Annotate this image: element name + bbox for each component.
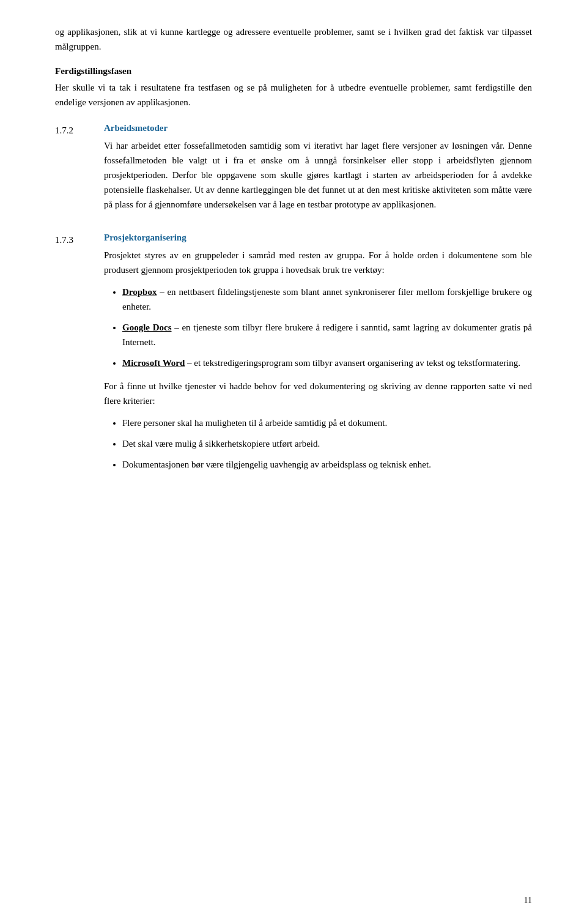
bullet-criteria-2: Det skal være mulig å sikkerhetskopiere …	[122, 436, 532, 451]
bullet-criteria-3: Dokumentasjonen bør være tilgjengelig ua…	[122, 457, 532, 472]
bullet-list-criteria: Flere personer skal ha muligheten til å …	[122, 415, 532, 472]
bullet-dropbox: Dropbox – en nettbasert fildelingstjenes…	[122, 285, 532, 314]
msword-rest: et tekstredigeringsprogram som tilbyr av…	[192, 358, 521, 368]
section-173-para1: Prosjektet styres av en gruppeleder i sa…	[104, 248, 532, 277]
ferdigstilling-text: Her skulle vi ta tak i resultatene fra t…	[55, 80, 532, 110]
section-173: 1.7.3 Prosjektorganisering Prosjektet st…	[55, 233, 532, 480]
ferdigstilling-heading: Ferdigstillingsfasen	[55, 66, 532, 76]
section-172-heading: Arbeidsmetoder	[104, 123, 532, 133]
section-172: 1.7.2 Arbeidsmetoder Vi har arbeidet ett…	[55, 123, 532, 219]
page: og applikasjonen, slik at vi kunne kartl…	[0, 0, 587, 924]
googledocs-rest: en tjeneste som tilbyr flere brukere å r…	[122, 322, 532, 347]
section-173-content: Prosjektorganisering Prosjektet styres a…	[104, 233, 532, 480]
bullet-list-tools: Dropbox – en nettbasert fildelingstjenes…	[122, 285, 532, 370]
section-172-number: 1.7.2	[55, 123, 104, 219]
bullet-googledocs: Google Docs – en tjeneste som tilbyr fle…	[122, 320, 532, 349]
msword-dash: –	[185, 358, 191, 368]
googledocs-dash: –	[172, 322, 179, 332]
section-173-number: 1.7.3	[55, 233, 104, 480]
msword-label: Microsoft Word	[122, 358, 185, 368]
dropbox-label: Dropbox	[122, 287, 157, 297]
section-173-heading: Prosjektorganisering	[104, 233, 532, 243]
section-172-para1: Vi har arbeidet etter fossefallmetoden s…	[104, 138, 532, 212]
section-173-para2: For å finne ut hvilke tjenester vi hadde…	[104, 379, 532, 408]
section-172-content: Arbeidsmetoder Vi har arbeidet etter fos…	[104, 123, 532, 219]
page-number: 11	[524, 896, 532, 906]
googledocs-label: Google Docs	[122, 322, 172, 332]
bullet-msword: Microsoft Word – et tekstredigeringsprog…	[122, 356, 532, 370]
dropbox-dash: –	[157, 287, 164, 297]
bullet-criteria-1: Flere personer skal ha muligheten til å …	[122, 415, 532, 430]
dropbox-rest: en nettbasert fildelingstjeneste som bla…	[122, 287, 532, 311]
intro-paragraph: og applikasjonen, slik at vi kunne kartl…	[55, 24, 532, 54]
